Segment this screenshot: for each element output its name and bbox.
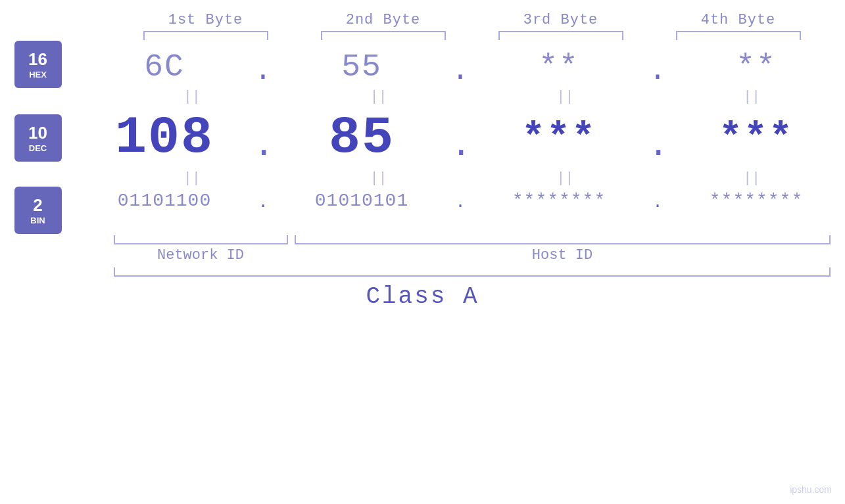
class-label-container: Class A: [0, 283, 845, 310]
hex-value-4: **: [736, 49, 777, 85]
dec-badge: 10 DEC: [14, 114, 62, 162]
dot-bin-3: .: [648, 194, 667, 211]
dot-hex-3: .: [648, 57, 667, 85]
byte1-header: 1st Byte: [117, 12, 295, 28]
bin-badge: 2 BIN: [14, 187, 62, 234]
dec-cell-4: ***: [667, 116, 845, 160]
dot-bin-1: .: [253, 194, 273, 211]
hex-value-3: **: [539, 49, 579, 85]
bin-cell-2: 01010101: [273, 191, 450, 211]
bin-value-2: 01010101: [315, 191, 408, 211]
bin-cell-1: 01101100: [76, 191, 253, 211]
dec-cell-1: 108: [76, 108, 253, 168]
sep-4-dec: ||: [663, 170, 840, 187]
bracket-cell-3: [472, 31, 650, 40]
hex-base-label: HEX: [29, 70, 47, 80]
bracket-cell-2: [295, 31, 472, 40]
bracket-cell-4: [650, 31, 827, 40]
top-brackets: [0, 31, 845, 40]
dot-dec-3: .: [648, 128, 667, 164]
bracket-top-3: [498, 31, 623, 40]
hex-cell-1: 6C: [76, 49, 253, 85]
dec-value-2: 85: [329, 108, 395, 168]
watermark: ipshu.com: [790, 484, 832, 495]
bin-base-label: BIN: [30, 216, 45, 225]
sep-dec-bin: || || || ||: [0, 170, 845, 187]
dec-value-3: ***: [521, 116, 596, 160]
hex-cell-3: **: [470, 49, 648, 85]
byte4-header: 4th Byte: [650, 12, 827, 28]
sep-1-dec: ||: [103, 170, 281, 187]
byte2-header: 2nd Byte: [295, 12, 472, 28]
host-id-label: Host ID: [295, 247, 831, 263]
sep-2-hex: ||: [290, 89, 468, 105]
network-bracket: [114, 235, 288, 244]
bin-value-4: ********: [710, 191, 803, 211]
host-bracket: [295, 235, 831, 244]
bracket-top-4: [676, 31, 801, 40]
network-id-label: Network ID: [114, 247, 288, 263]
hex-row-container: 16 HEX 6C . 55 . ** . **: [0, 40, 845, 89]
bin-badge-container: 2 BIN: [0, 187, 76, 234]
bin-base-number: 2: [33, 195, 42, 216]
dot-bin-2: .: [450, 194, 470, 211]
bin-cell-3: ********: [470, 191, 648, 211]
bin-value-3: ********: [512, 191, 606, 211]
class-label: Class A: [366, 283, 479, 310]
hex-value-1: 6C: [144, 49, 185, 85]
dec-values: 108 . 85 . *** . ***: [76, 105, 845, 170]
bottom-brackets-row: [0, 235, 845, 244]
bin-row-container: 2 BIN 01101100 . 01010101 . ******** . *…: [0, 187, 845, 234]
hex-badge-container: 16 HEX: [0, 40, 76, 89]
byte-headers: 1st Byte 2nd Byte 3rd Byte 4th Byte: [0, 12, 845, 28]
hex-value-2: 55: [341, 49, 382, 85]
dec-base-number: 10: [28, 123, 47, 143]
dot-dec-2: .: [450, 128, 470, 164]
dot-hex-1: .: [253, 57, 273, 85]
byte3-header: 3rd Byte: [472, 12, 650, 28]
sep-4-hex: ||: [663, 89, 840, 105]
dec-cell-2: 85: [273, 108, 450, 168]
id-labels-row: Network ID Host ID: [0, 247, 845, 263]
dec-base-label: DEC: [29, 143, 47, 153]
hex-base-number: 16: [28, 49, 47, 70]
sep-3-hex: ||: [476, 89, 654, 105]
dec-badge-container: 10 DEC: [0, 105, 76, 170]
hex-data-row: 6C . 55 . ** . **: [76, 40, 845, 89]
hex-badge: 16 HEX: [14, 41, 62, 88]
bin-cell-4: ********: [667, 191, 845, 211]
hex-cell-4: **: [667, 49, 845, 85]
sep-3-dec: ||: [476, 170, 654, 187]
bracket-top-2: [321, 31, 446, 40]
bracket-top-1: [143, 31, 268, 40]
dot-hex-2: .: [450, 57, 470, 85]
outer-bracket: [114, 267, 831, 277]
bracket-cell-1: [117, 31, 295, 40]
dec-value-1: 108: [115, 108, 214, 168]
hex-cell-2: 55: [273, 49, 450, 85]
dec-data-row: 108 . 85 . *** . ***: [76, 105, 845, 170]
dec-cell-3: ***: [470, 116, 648, 160]
sep-2-dec: ||: [290, 170, 468, 187]
sep-hex-dec: || || || ||: [0, 89, 845, 105]
hex-values: 6C . 55 . ** . **: [76, 40, 845, 89]
dec-value-4: ***: [719, 116, 794, 160]
bin-data-row: 01101100 . 01010101 . ******** . *******…: [76, 187, 845, 218]
outer-bracket-container: [0, 267, 845, 277]
dot-dec-1: .: [253, 128, 273, 164]
bin-value-1: 01101100: [118, 191, 211, 211]
main-container: 1st Byte 2nd Byte 3rd Byte 4th Byte 16 H…: [0, 0, 845, 504]
dec-row-container: 10 DEC 108 . 85 . *** . ***: [0, 105, 845, 170]
bin-values: 01101100 . 01010101 . ******** . *******…: [76, 187, 845, 234]
sep-1-hex: ||: [103, 89, 281, 105]
